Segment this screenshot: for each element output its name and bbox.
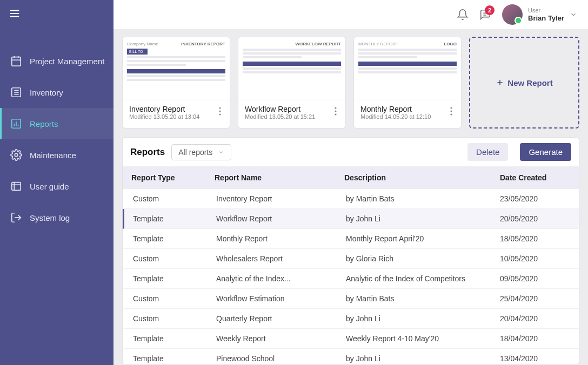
cell-date: 09/05/2020 [500, 274, 570, 283]
cell-name: Inventory Report [216, 194, 346, 203]
cell-date: 20/04/2020 [500, 314, 570, 323]
cell-date: 13/04/2020 [500, 354, 570, 363]
bell-icon[interactable] [457, 9, 469, 21]
delete-button[interactable]: Delete [467, 143, 508, 161]
report-thumbnail: Company NameINVENTORY REPORT BILL TO [123, 37, 230, 99]
sidebar-item-maintenance[interactable]: Maintenance [0, 139, 113, 171]
table-row[interactable]: Custom Inventory Report by Martin Bats 2… [123, 189, 579, 209]
nav-label: Maintenance [30, 151, 76, 160]
svg-point-26 [335, 110, 336, 112]
svg-point-30 [450, 113, 452, 115]
report-card[interactable]: WORKFLOW REPORT Workflow Report Modified… [238, 37, 346, 129]
filter-label: All reports [178, 148, 212, 157]
user-menu[interactable]: User Brian Tyler [502, 4, 577, 25]
table-row[interactable]: Template Pinewood School by John Li 13/0… [123, 349, 579, 364]
cell-name: Workflow Report [216, 214, 346, 223]
col-header-desc: Description [344, 173, 500, 182]
menu-toggle[interactable] [0, 0, 113, 29]
topbar: 2 User Brian Tyler [113, 0, 588, 29]
list-icon [10, 86, 22, 98]
cell-desc: Monthly Report April'20 [346, 234, 500, 243]
cell-name: Weekly Report [216, 334, 346, 343]
calendar-icon [10, 55, 22, 67]
cell-desc: by John Li [346, 354, 500, 363]
book-icon [10, 180, 22, 192]
cell-desc: by Martin Bats [346, 194, 500, 203]
gear-icon [10, 149, 22, 161]
user-name: Brian Tyler [528, 14, 564, 23]
table-row[interactable]: Template Monthly Report Monthly Report A… [123, 229, 579, 249]
user-role: User [528, 7, 564, 14]
reports-panel: Reports All reports Delete Generate Repo… [122, 137, 579, 365]
cell-type: Template [133, 274, 216, 283]
card-modified: Modified 14.05.20 at 12:10 [360, 113, 448, 120]
cell-type: Template [133, 334, 216, 343]
cell-desc: Analytic of the Index of Competitors [346, 274, 500, 283]
cell-type: Custom [133, 194, 216, 203]
nav-label: User guide [30, 182, 69, 191]
svg-point-22 [219, 107, 220, 109]
report-card[interactable]: MONTHLY REPORTLOGO Monthly Report Modifi… [353, 37, 462, 129]
cell-desc: by John Li [346, 314, 500, 323]
cell-date: 18/05/2020 [500, 234, 570, 243]
cell-name: Monthly Report [216, 234, 346, 243]
table-row[interactable]: Custom Quarterly Report by John Li 20/04… [123, 309, 579, 329]
card-title: Monthly Report [360, 105, 448, 113]
sidebar-item-user-guide[interactable]: User guide [0, 171, 113, 202]
table-row[interactable]: Custom Wholesalers Report by Gloria Rich… [123, 249, 579, 269]
messages-badge: 2 [485, 5, 495, 15]
cell-name: Analytic of the Index... [216, 274, 346, 283]
cell-desc: by John Li [346, 214, 500, 223]
table-row[interactable]: Template Weekly Report Weekly Report 4-1… [123, 329, 579, 349]
cell-desc: by Martin Bats [346, 294, 500, 303]
cell-type: Template [133, 234, 216, 243]
table-row[interactable]: Template Analytic of the Index... Analyt… [123, 269, 579, 289]
nav-label: Reports [30, 119, 58, 129]
card-title: Workflow Report [245, 105, 332, 113]
sidebar-item-inventory[interactable]: Inventory [0, 77, 113, 108]
cell-type: Template [133, 214, 216, 223]
cell-date: 18/04/2020 [500, 334, 570, 343]
table-row[interactable]: Custom Workflow Estimation by Martin Bat… [123, 289, 579, 309]
new-report-button[interactable]: New Report [469, 37, 579, 129]
card-menu-button[interactable] [217, 105, 223, 120]
chart-icon [10, 118, 22, 130]
chevron-down-icon [570, 11, 577, 18]
svg-rect-3 [12, 57, 21, 66]
messages-icon[interactable]: 2 [479, 9, 491, 21]
cell-name: Workflow Estimation [216, 294, 346, 303]
cell-date: 10/05/2020 [500, 254, 570, 263]
cell-desc: by Gloria Rich [346, 254, 500, 263]
card-modified: Modified 13.05.20 at 15:21 [245, 113, 332, 120]
table-header: Report Type Report Name Description Date… [123, 166, 579, 189]
svg-rect-16 [12, 182, 21, 191]
svg-point-27 [335, 113, 336, 115]
card-modified: Modified 13.05.20 at 13:04 [129, 113, 217, 120]
report-thumbnail: MONTHLY REPORTLOGO [354, 37, 461, 99]
cell-name: Quarterly Report [216, 314, 346, 323]
report-thumbnail: WORKFLOW REPORT [238, 37, 345, 99]
logout-icon [10, 212, 22, 224]
cell-type: Template [133, 354, 216, 363]
chevron-down-icon [218, 149, 224, 156]
sidebar-item-system-log[interactable]: System log [0, 202, 113, 233]
svg-point-15 [15, 153, 18, 157]
cell-type: Custom [133, 254, 216, 263]
filter-dropdown[interactable]: All reports [171, 144, 231, 160]
sidebar: Project ManagementInventoryReportsMainte… [0, 0, 113, 365]
sidebar-item-reports[interactable]: Reports [0, 108, 113, 139]
card-title: Inventory Report [129, 105, 217, 113]
col-header-date: Date Created [500, 173, 570, 182]
cell-date: 25/04/2020 [500, 294, 570, 303]
report-card[interactable]: Company NameINVENTORY REPORT BILL TO Inv… [122, 37, 230, 129]
col-header-type: Report Type [131, 173, 215, 182]
cell-date: 23/05/2020 [500, 194, 570, 203]
nav-label: Inventory [30, 88, 63, 97]
table-row[interactable]: Template Workflow Report by John Li 20/0… [123, 209, 579, 229]
card-menu-button[interactable] [332, 105, 339, 120]
card-menu-button[interactable] [448, 105, 455, 120]
sidebar-item-project-management[interactable]: Project Management [0, 45, 113, 77]
generate-button[interactable]: Generate [520, 143, 571, 161]
cell-desc: Weekly Report 4-10 May'20 [346, 334, 500, 343]
cell-date: 20/05/2020 [500, 214, 570, 223]
